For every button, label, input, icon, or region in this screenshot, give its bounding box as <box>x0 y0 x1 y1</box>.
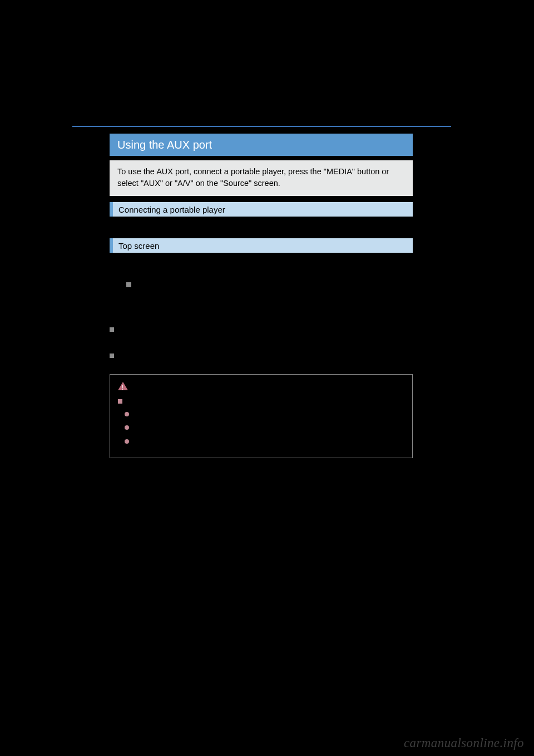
sub-topic-ref: P. 354 <box>110 292 132 301</box>
dot-bullet-icon <box>125 439 129 444</box>
note-2-title: When using a portable player connected t… <box>117 351 308 360</box>
square-bullet-icon <box>110 354 114 358</box>
note-1-title: Operating portable players connected to … <box>117 325 323 333</box>
warning-triangle-icon <box>118 382 128 390</box>
note-2-text: Noise may occur during playback. Use the… <box>110 361 413 372</box>
section-title: 5-10. Lexus Display Audio system <box>117 106 242 115</box>
square-bullet-red-icon <box>118 399 122 404</box>
header-rule <box>72 126 451 127</box>
topic-banner: Using the AUX port <box>110 134 413 156</box>
caution-title-row: CAUTION <box>118 380 404 391</box>
vertical-doc-code: GS350_300_OM_OM30F83E_(EE) <box>78 553 83 657</box>
page-ref-1: →P. 348 <box>110 223 140 232</box>
caution-bullet-1-text: Do not connect portable players or opera… <box>134 409 312 420</box>
intro-text: To use the AUX port, connect a portable … <box>117 167 389 188</box>
option-heading: Menu screen <box>126 280 181 289</box>
caution-bullet-1: Do not connect portable players or opera… <box>118 409 404 420</box>
caution-bullet-3: For your safety, some functions are not … <box>118 436 404 448</box>
page-number: 394 <box>72 104 90 116</box>
dot-bullet-icon <box>125 425 129 430</box>
watermark: carmanualsonline.info <box>404 736 524 750</box>
divider-rule <box>110 318 413 319</box>
square-bullet-icon <box>126 282 131 287</box>
square-bullet-icon <box>110 327 114 332</box>
caution-bullet-3-text: For your safety, some functions are not … <box>134 436 333 448</box>
subheading-connecting: Connecting a portable player <box>110 202 413 217</box>
option-heading-label: Menu screen <box>135 280 181 289</box>
caution-box: CAUTION While driving Do not connect por… <box>110 374 413 458</box>
caution-bullet-2-text: Do not watch the monitor while driving. … <box>134 423 390 434</box>
topic-banner-title: Using the AUX port <box>117 139 212 151</box>
intro-box: To use the AUX port, connect a portable … <box>110 160 413 196</box>
subheading-top-screen-label: Top screen <box>118 241 159 251</box>
caution-title: CAUTION <box>131 380 164 391</box>
note-2: When using a portable player connected t… <box>110 350 413 372</box>
caution-subheading-label: While driving <box>126 396 167 407</box>
caution-bullet-2: Do not watch the monitor while driving. … <box>118 423 404 434</box>
subheading-top-screen: Top screen <box>110 238 413 253</box>
page-ref-2: →P. 354 <box>110 260 140 269</box>
dot-bullet-icon <box>125 412 129 416</box>
subheading-connecting-label: Connecting a portable player <box>118 205 225 214</box>
caution-subheading: While driving <box>118 396 404 407</box>
